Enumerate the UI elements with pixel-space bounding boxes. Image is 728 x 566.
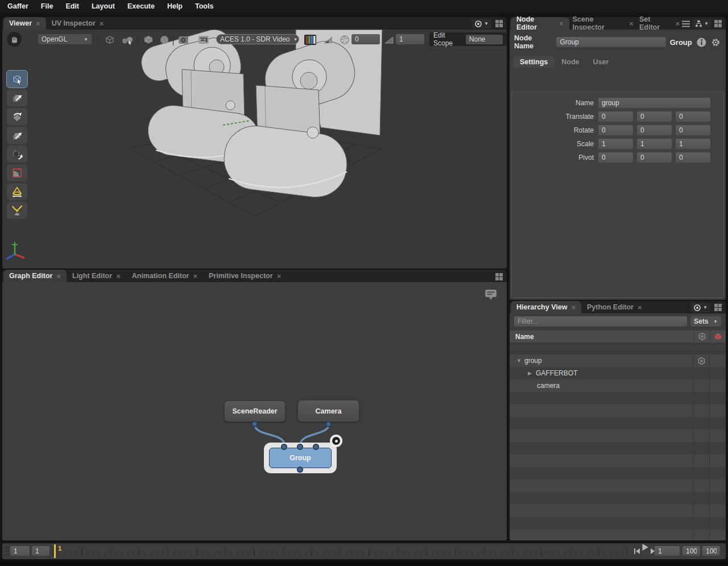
translate-z-field[interactable] [676, 111, 710, 122]
close-icon[interactable]: × [629, 20, 634, 27]
edit-scope-dropdown[interactable]: None [466, 35, 503, 44]
camera-node[interactable]: Camera [297, 400, 359, 422]
rotate-y-field[interactable] [637, 125, 672, 135]
gear-icon[interactable] [710, 37, 721, 48]
translate-x-field[interactable] [598, 111, 633, 122]
shaded-shading-button[interactable] [121, 34, 134, 46]
close-icon[interactable]: × [277, 272, 282, 280]
close-icon[interactable]: × [100, 20, 104, 27]
close-icon[interactable]: × [36, 20, 40, 27]
scale-z-field[interactable] [676, 139, 710, 149]
tab-scene-inspector[interactable]: Scene Inspector × [569, 17, 637, 30]
end-frame-field[interactable] [682, 546, 700, 556]
graph-canvas[interactable]: SceneReader Camera Group [2, 282, 507, 540]
tab-light-editor[interactable]: Light Editor × [67, 270, 126, 282]
viewer-focus-menu-button[interactable]: ▼ [471, 19, 491, 28]
skip-to-start-button[interactable] [634, 548, 640, 555]
tab-primitive-inspector[interactable]: Primitive Inspector × [203, 270, 287, 282]
menu-layout[interactable]: Layout [85, 2, 121, 10]
hierarchy-focus-menu-button[interactable]: ▼ [690, 303, 710, 312]
subtab-node[interactable]: Node [555, 56, 586, 68]
group-node[interactable]: Group [269, 448, 332, 468]
close-icon[interactable]: × [116, 272, 121, 280]
camera-output-port[interactable] [325, 421, 332, 427]
pivot-z-field[interactable] [676, 152, 710, 163]
crop-window-tool-button[interactable] [7, 164, 27, 181]
group-input-port-2[interactable] [313, 444, 319, 450]
rotate-tool-button[interactable] [7, 108, 27, 125]
close-icon[interactable]: × [675, 20, 680, 27]
tab-set-editor[interactable]: Set Editor × [637, 17, 682, 30]
hierarchy-tree[interactable]: ▼ group ▶ GAFFERBOT camera [510, 354, 726, 540]
solid-cube-button[interactable] [142, 34, 155, 46]
menu-gaffer[interactable]: Gaffer [1, 2, 35, 10]
name-column-header[interactable]: Name [510, 333, 534, 341]
info-icon[interactable] [696, 37, 707, 48]
frame-field[interactable] [655, 546, 680, 556]
tab-animation-editor[interactable]: Animation Editor × [126, 270, 203, 282]
layout-grid-icon[interactable] [714, 303, 722, 312]
renderer-dropdown[interactable]: OpenGL ▼ [38, 34, 92, 44]
translate-y-field[interactable] [637, 111, 672, 122]
close-icon[interactable]: × [193, 272, 197, 280]
tree-row-camera[interactable]: camera [510, 379, 726, 392]
exposure-field[interactable] [351, 34, 380, 44]
layout-grid-icon[interactable] [495, 19, 503, 28]
tree-row-gafferbot[interactable]: ▶ GAFFERBOT [510, 367, 726, 379]
pan-hand-button[interactable] [7, 32, 22, 47]
menu-hamburger-icon[interactable] [682, 20, 690, 27]
playback-end-field[interactable] [702, 546, 720, 556]
collapse-arrow-icon[interactable]: ▼ [516, 358, 524, 363]
soloing-triangle-icon[interactable] [322, 34, 334, 46]
sphere-button[interactable] [158, 34, 171, 46]
play-button[interactable] [642, 543, 649, 551]
close-icon[interactable]: × [56, 272, 61, 280]
tree-row-group[interactable]: ▼ group [510, 354, 726, 367]
light-position-tool-button[interactable] [7, 202, 27, 219]
name-field[interactable] [598, 98, 710, 108]
menu-help[interactable]: Help [161, 2, 189, 10]
scale-x-field[interactable] [598, 139, 633, 149]
inclusions-column-header[interactable] [694, 330, 710, 342]
frame-ruler[interactable]: 1 [53, 543, 632, 559]
camera-view-button[interactable] [177, 34, 191, 46]
channels-rgb-button[interactable] [304, 34, 317, 46]
sets-dropdown[interactable]: Sets ▼ [690, 316, 721, 327]
tab-hierarchy-view[interactable]: Hierarchy View × [511, 301, 581, 313]
tab-node-editor[interactable]: Node Editor × [511, 17, 569, 30]
rotate-z-field[interactable] [676, 125, 710, 135]
close-icon[interactable]: × [571, 304, 576, 311]
group-output-port[interactable] [297, 466, 303, 473]
playhead[interactable] [54, 544, 56, 558]
close-icon[interactable]: × [638, 304, 642, 311]
tab-uv-inspector[interactable]: UV Inspector × [46, 17, 110, 30]
menu-tools[interactable]: Tools [189, 2, 220, 10]
menu-edit[interactable]: Edit [59, 2, 85, 10]
pivot-x-field[interactable] [598, 152, 633, 163]
select-tool-button[interactable] [7, 71, 27, 88]
close-icon[interactable]: × [559, 20, 564, 27]
start-frame-field[interactable] [10, 546, 30, 556]
node-pin-menu-button[interactable]: ▼ [692, 19, 712, 28]
subtab-settings[interactable]: Settings [513, 56, 555, 68]
scale-y-field[interactable] [637, 139, 672, 149]
group-inclusions-cell[interactable] [693, 357, 709, 365]
layout-grid-icon[interactable] [714, 19, 722, 28]
subtab-user[interactable]: User [586, 56, 616, 68]
scale-tool-button[interactable] [7, 127, 27, 144]
focus-ring-indicator[interactable] [330, 435, 342, 447]
group-input-port-1[interactable] [297, 444, 303, 450]
menu-file[interactable]: File [35, 2, 60, 10]
expand-arrow-icon[interactable]: ▶ [528, 370, 536, 376]
viewer-viewport[interactable]: OpenGL ▼ [2, 30, 507, 268]
tab-viewer[interactable]: Viewer × [3, 17, 46, 30]
scene-reader-node[interactable]: SceneReader [224, 400, 286, 422]
menu-execute[interactable]: Execute [121, 2, 161, 10]
node-name-field[interactable] [556, 37, 665, 47]
camera-tool-button[interactable] [7, 146, 27, 163]
scene-reader-output-port[interactable] [251, 421, 258, 427]
exclusions-column-header[interactable] [710, 330, 726, 342]
display-transform-dropdown[interactable]: ACES 1.0 - SDR Video ▼ [216, 34, 299, 44]
tab-python-editor[interactable]: Python Editor × [581, 301, 648, 313]
drag-handle-icon[interactable] [5, 547, 10, 556]
